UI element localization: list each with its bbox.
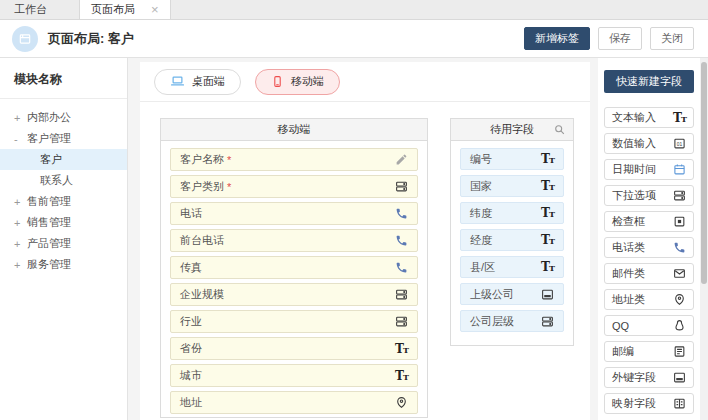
sidebar-title: 模块名称 bbox=[0, 58, 127, 99]
quick-create-list: 文本输入TT数值输入01日期时间下拉选项检查框电话类邮件类地址类QQ邮编外键字段… bbox=[604, 107, 694, 419]
collapse-icon[interactable]: - bbox=[14, 133, 27, 145]
select-icon bbox=[395, 180, 408, 193]
save-button[interactable]: 保存 bbox=[598, 27, 642, 50]
quick-create-column: 快速新建字段 文本输入TT数值输入01日期时间下拉选项检查框电话类邮件类地址类Q… bbox=[598, 58, 700, 420]
quick-field-item[interactable]: 地址类 bbox=[604, 289, 694, 310]
sidebar-item-5[interactable]: +销售管理 bbox=[0, 212, 127, 233]
mobile-field-row[interactable]: 客户名称* bbox=[170, 148, 418, 171]
expand-icon[interactable]: + bbox=[14, 217, 27, 229]
zipcode-icon bbox=[673, 345, 686, 358]
field-label: 省份 bbox=[180, 341, 202, 356]
expand-icon[interactable]: + bbox=[14, 259, 27, 271]
quick-field-label: 邮编 bbox=[612, 344, 634, 359]
expand-icon[interactable]: + bbox=[14, 196, 27, 208]
spare-field-row[interactable]: 上级公司 bbox=[460, 283, 564, 305]
spare-field-row[interactable]: 国家TT bbox=[460, 175, 564, 197]
text-icon: TT bbox=[541, 261, 554, 273]
pencil-icon bbox=[395, 153, 408, 166]
sidebar-item-label: 服务管理 bbox=[27, 257, 71, 272]
quick-field-item[interactable]: 日期时间 bbox=[604, 159, 694, 180]
mobile-field-row[interactable]: 传真 bbox=[170, 256, 418, 279]
quick-field-item[interactable]: 映射字段 bbox=[604, 393, 694, 414]
desktop-tab[interactable]: 桌面端 bbox=[154, 69, 241, 95]
quick-field-item[interactable]: 文本输入TT bbox=[604, 107, 694, 128]
mobile-field-row[interactable]: 电话 bbox=[170, 202, 418, 225]
page-title: 页面布局: 客户 bbox=[48, 30, 134, 48]
mobile-field-row[interactable]: 城市TT bbox=[170, 364, 418, 387]
quick-field-label: 映射字段 bbox=[612, 396, 656, 411]
field-label: 编号 bbox=[470, 152, 492, 167]
tab-workbench[interactable]: 工作台 bbox=[0, 0, 61, 19]
quick-field-label: 外键字段 bbox=[612, 370, 656, 385]
spare-panel-title: 待用字段 bbox=[490, 122, 534, 137]
laptop-icon bbox=[170, 74, 185, 89]
svg-text:01: 01 bbox=[677, 142, 683, 147]
close-icon[interactable]: × bbox=[151, 3, 159, 16]
mobile-field-row[interactable]: 行业 bbox=[170, 310, 418, 333]
mobile-field-row[interactable]: 省份TT bbox=[170, 337, 418, 360]
spare-field-row[interactable]: 经度TT bbox=[460, 229, 564, 251]
quick-field-item[interactable]: 邮件类 bbox=[604, 263, 694, 284]
select-icon bbox=[541, 315, 554, 328]
quick-field-label: QQ bbox=[612, 320, 629, 332]
page-header: 页面布局: 客户 新增标签 保存 关闭 bbox=[0, 20, 708, 58]
quick-field-label: 下拉选项 bbox=[612, 188, 656, 203]
quick-field-item[interactable]: 外键字段 bbox=[604, 367, 694, 388]
field-label: 纬度 bbox=[470, 206, 492, 221]
field-label: 县/区 bbox=[470, 260, 495, 275]
sidebar-item-3[interactable]: 联系人 bbox=[0, 170, 127, 191]
sidebar-item-6[interactable]: +产品管理 bbox=[0, 233, 127, 254]
vertical-scrollbar[interactable] bbox=[700, 58, 708, 420]
sidebar-item-label: 联系人 bbox=[40, 173, 73, 188]
quick-field-label: 数值输入 bbox=[612, 136, 656, 151]
sidebar-item-label: 内部办公 bbox=[27, 110, 71, 125]
sidebar-item-0[interactable]: +内部办公 bbox=[0, 107, 127, 128]
sidebar-item-1[interactable]: -客户管理 bbox=[0, 128, 127, 149]
quick-field-item[interactable]: 检查框 bbox=[604, 211, 694, 232]
scrollbar-thumb[interactable] bbox=[701, 62, 707, 284]
quick-field-item[interactable]: 邮编 bbox=[604, 341, 694, 362]
mobile-layout-panel: 移动端 客户名称*客户类别*电话前台电话传真企业规模行业省份TT城市TT地址 bbox=[160, 118, 428, 418]
quick-field-item[interactable]: 电话类 bbox=[604, 237, 694, 258]
quick-field-label: 邮件类 bbox=[612, 266, 645, 281]
mobile-tab[interactable]: 移动端 bbox=[255, 69, 340, 95]
expand-icon[interactable]: + bbox=[14, 112, 27, 124]
spare-field-row[interactable]: 公司层级 bbox=[460, 310, 564, 332]
layout-editor: 桌面端 移动端 移动端 客户名称*客户类别*电话前台电话传真企业规模行业省份TT… bbox=[140, 62, 590, 420]
quick-create-header[interactable]: 快速新建字段 bbox=[604, 70, 694, 93]
sidebar-item-label: 产品管理 bbox=[27, 236, 71, 251]
spare-field-row[interactable]: 县/区TT bbox=[460, 256, 564, 278]
spare-field-row[interactable]: 编号TT bbox=[460, 148, 564, 170]
mobile-field-row[interactable]: 前台电话 bbox=[170, 229, 418, 252]
image-icon bbox=[541, 288, 554, 301]
calendar-icon bbox=[673, 163, 686, 176]
mobile-field-row[interactable]: 企业规模 bbox=[170, 283, 418, 306]
sidebar-item-2[interactable]: 客户 bbox=[0, 149, 127, 170]
spare-field-row[interactable]: 纬度TT bbox=[460, 202, 564, 224]
location-icon bbox=[673, 293, 686, 306]
quick-field-item[interactable]: 下拉选项 bbox=[604, 185, 694, 206]
sidebar-item-4[interactable]: +售前管理 bbox=[0, 191, 127, 212]
quick-field-item[interactable]: 数值输入01 bbox=[604, 133, 694, 154]
text-icon: TT bbox=[541, 180, 554, 192]
search-icon[interactable] bbox=[553, 123, 566, 136]
phone-icon bbox=[673, 241, 686, 254]
field-label: 电话 bbox=[180, 206, 202, 221]
mobile-field-list: 客户名称*客户类别*电话前台电话传真企业规模行业省份TT城市TT地址 bbox=[161, 141, 427, 418]
text-icon: TT bbox=[395, 370, 408, 382]
quick-field-item[interactable]: QQ bbox=[604, 315, 694, 336]
tab-page-layout[interactable]: 页面布局 × bbox=[79, 0, 171, 19]
new-tag-button[interactable]: 新增标签 bbox=[524, 27, 590, 50]
close-button[interactable]: 关闭 bbox=[650, 27, 694, 50]
sidebar-item-7[interactable]: +服务管理 bbox=[0, 254, 127, 275]
mapping-icon bbox=[673, 397, 686, 410]
phone-icon bbox=[395, 261, 408, 274]
device-toolbar: 桌面端 移动端 bbox=[140, 62, 590, 102]
mobile-field-row[interactable]: 客户类别* bbox=[170, 175, 418, 198]
qq-icon bbox=[673, 319, 686, 332]
field-label: 上级公司 bbox=[470, 287, 514, 302]
required-asterisk: * bbox=[227, 181, 231, 193]
image-icon bbox=[673, 371, 686, 384]
expand-icon[interactable]: + bbox=[14, 238, 27, 250]
mobile-field-row[interactable]: 地址 bbox=[170, 391, 418, 414]
